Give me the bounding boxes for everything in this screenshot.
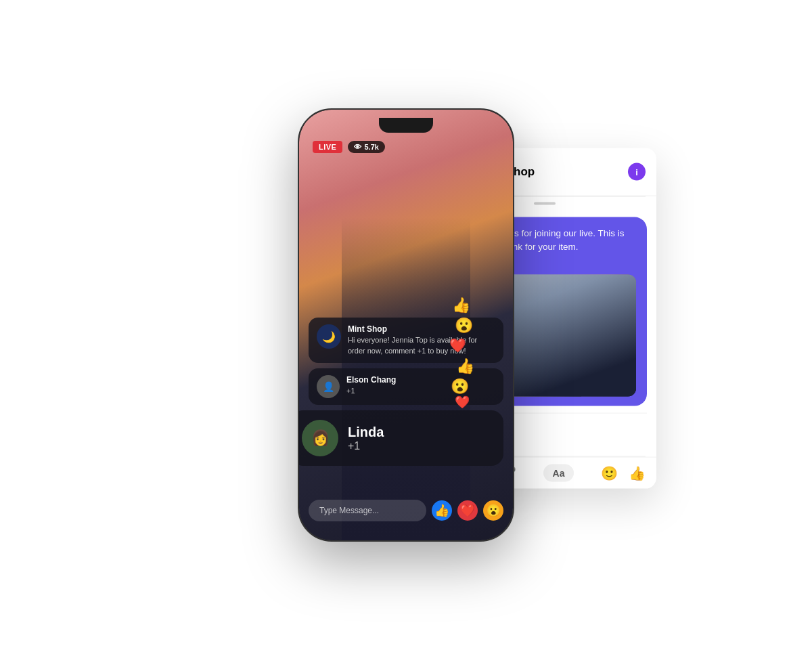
phone-screen: LIVE 👁 5.7k 🌙 Mint Shop Hi everyone! Jen… bbox=[299, 110, 513, 540]
emoji-icon[interactable]: 🙂 bbox=[601, 464, 618, 481]
like-icon[interactable]: 👍 bbox=[629, 464, 646, 481]
viewers-badge: 👁 5.7k bbox=[348, 141, 384, 153]
thumbsup-reaction-button[interactable]: 👍 bbox=[432, 500, 452, 521]
aa-label[interactable]: Aa bbox=[543, 464, 574, 481]
phone-input-bar: Type Message... 👍 ❤️ 😮 bbox=[309, 500, 503, 521]
person-icon: 👤 bbox=[323, 381, 334, 392]
commenter-name: Mint Shop bbox=[348, 324, 495, 334]
phone-message-input[interactable]: Type Message... bbox=[309, 500, 426, 521]
comment-text: +1 bbox=[346, 386, 396, 396]
surprised-reaction-button[interactable]: 😮 bbox=[483, 500, 503, 521]
live-bar: LIVE 👁 5.7k bbox=[313, 141, 499, 153]
linda-person-icon: 👩 bbox=[311, 429, 330, 447]
comment-content: Elson Chang +1 bbox=[346, 375, 396, 396]
phone: LIVE 👁 5.7k 🌙 Mint Shop Hi everyone! Jen… bbox=[298, 108, 514, 542]
heart-reaction-button[interactable]: ❤️ bbox=[457, 500, 478, 521]
scroll-dot bbox=[534, 202, 556, 205]
scene: LIVE 👁 5.7k 🌙 Mint Shop Hi everyone! Jen… bbox=[68, 54, 744, 596]
phone-comments: 🌙 Mint Shop Hi everyone! Jennia Top is a… bbox=[309, 318, 503, 466]
moon-icon: 🌙 bbox=[322, 330, 336, 343]
info-button[interactable]: i bbox=[628, 163, 646, 181]
eye-icon: 👁 bbox=[354, 143, 361, 151]
mint-shop-avatar: 🌙 bbox=[317, 324, 341, 349]
comment-text: Hi everyone! Jennia Top is available for… bbox=[348, 335, 495, 356]
linda-info: Linda +1 bbox=[348, 425, 384, 452]
linda-plus: +1 bbox=[348, 440, 384, 452]
live-badge: LIVE bbox=[313, 141, 342, 153]
viewer-count: 5.7k bbox=[364, 143, 378, 151]
linda-card: 👩 Linda +1 bbox=[299, 410, 503, 466]
linda-name: Linda bbox=[348, 425, 384, 440]
comment-content: Mint Shop Hi everyone! Jennia Top is ava… bbox=[348, 324, 495, 356]
elson-avatar: 👤 bbox=[317, 375, 340, 398]
comment-elson: 👤 Elson Chang +1 bbox=[309, 368, 503, 405]
commenter-name: Elson Chang bbox=[346, 375, 396, 385]
text-input-button[interactable]: Aa bbox=[527, 464, 590, 481]
comment-mint-shop: 🌙 Mint Shop Hi everyone! Jennia Top is a… bbox=[309, 318, 503, 363]
power-button bbox=[513, 204, 514, 234]
linda-avatar: 👩 bbox=[302, 420, 338, 456]
